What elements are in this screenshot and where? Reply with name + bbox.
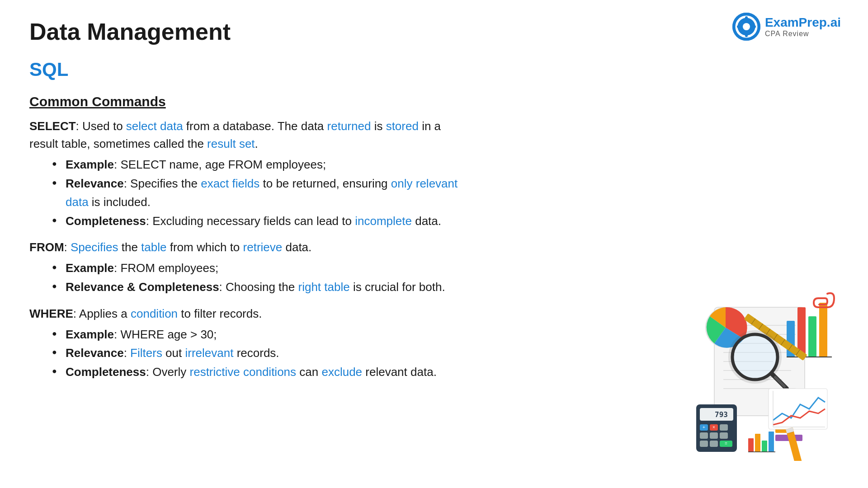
select-example-bullet: Example: SELECT name, age FROM employees… [52,155,468,174]
where-command-line: WHERE: Applies a condition to filter rec… [29,305,468,323]
select-bullet-list: Example: SELECT name, age FROM employees… [29,155,468,230]
logo-tagline: CPA Review [765,30,809,38]
svg-text:+: + [703,425,705,430]
svg-rect-53 [700,441,708,447]
incomplete-highlight: incomplete [355,214,412,228]
section-title: Common Commands [29,94,468,109]
sql-heading: SQL [0,45,868,80]
content-area: Common Commands SELECT: Used to select d… [0,80,497,381]
from-keyword: FROM [29,240,64,254]
where-relevance-label: Relevance [66,346,124,360]
svg-rect-20 [819,303,827,357]
svg-rect-52 [720,432,728,439]
svg-text:×: × [712,425,715,430]
select-command-line: SELECT: Used to select data from a datab… [29,117,468,153]
from-command-block: FROM: Specifies the table from which to … [29,239,468,296]
svg-rect-64 [762,441,767,452]
svg-rect-4 [752,25,756,28]
example-label: Example [66,158,114,171]
select-relevance-bullet: Relevance: Specifies the exact fields to… [52,174,468,212]
logo-name: ExamPrep.ai [765,15,841,30]
retrieve-highlight: retrieve [243,240,283,254]
from-relevance-label: Relevance & Completeness [66,280,219,294]
svg-rect-19 [808,316,816,357]
where-keyword: WHERE [29,307,73,320]
svg-rect-3 [737,25,741,28]
where-bullet-list: Example: WHERE age > 30; Relevance: Filt… [29,325,468,382]
condition-highlight: condition [131,307,178,320]
svg-rect-6 [745,33,748,37]
logo-icon [732,13,760,41]
data-analytics-illustration: 793 + × = [687,289,841,461]
exact-fields-highlight: exact fields [201,177,259,190]
svg-text:793: 793 [715,410,728,419]
svg-rect-65 [769,432,774,452]
restrictive-conditions-highlight: restrictive conditions [190,365,297,379]
where-completeness-bullet: Completeness: Overly restrictive conditi… [52,363,468,382]
table-highlight: table [141,240,166,254]
completeness-label: Completeness [66,214,146,228]
from-relevance-bullet: Relevance & Completeness: Choosing the r… [52,278,468,297]
svg-text:=: = [725,441,727,446]
where-completeness-label: Completeness [66,365,146,379]
logo-area: ExamPrep.ai CPA Review [732,13,841,41]
select-data-highlight: select data [126,119,183,133]
returned-highlight: returned [327,119,371,133]
svg-rect-63 [755,434,760,452]
relevance-label: Relevance [66,177,124,190]
result-set-highlight: result set [207,137,255,150]
where-relevance-bullet: Relevance: Filters out irrelevant record… [52,344,468,363]
from-bullet-list: Example: FROM employees; Relevance & Com… [29,259,468,296]
select-completeness-bullet: Completeness: Excluding necessary fields… [52,212,468,231]
select-command-block: SELECT: Used to select data from a datab… [29,117,468,230]
svg-rect-5 [745,16,748,20]
select-keyword: SELECT [29,119,76,133]
from-command-line: FROM: Specifies the table from which to … [29,239,468,256]
filters-highlight: Filters [130,346,162,360]
where-example-bullet: Example: WHERE age > 30; [52,325,468,344]
where-command-block: WHERE: Applies a condition to filter rec… [29,305,468,382]
irrelevant-highlight: irrelevant [185,346,233,360]
svg-rect-50 [700,432,708,439]
svg-rect-62 [748,438,754,452]
illustration-svg: 793 + × = [687,289,841,461]
where-example-label: Example [66,328,114,341]
stored-highlight: stored [386,119,419,133]
logo-text: ExamPrep.ai CPA Review [765,15,841,38]
right-table-highlight: right table [298,280,349,294]
svg-point-2 [743,23,750,30]
exclude-highlight: exclude [321,365,362,379]
from-example-bullet: Example: FROM employees; [52,259,468,278]
svg-rect-51 [710,432,718,439]
svg-rect-54 [710,441,718,447]
svg-rect-49 [720,424,728,431]
specifies-highlight: Specifies [71,240,118,254]
from-example-label: Example [66,261,114,275]
